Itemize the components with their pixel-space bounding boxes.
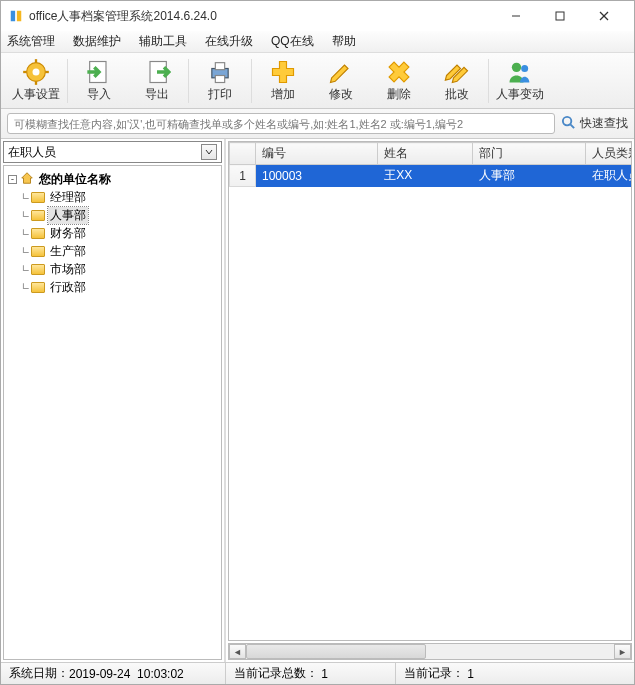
toolbar-add[interactable]: 增加 xyxy=(254,55,312,107)
data-grid[interactable]: 编号姓名部门人员类别性别出 1100003王XX人事部在职人员男 xyxy=(228,141,632,641)
svg-point-17 xyxy=(512,63,521,72)
chevron-down-icon xyxy=(201,144,217,160)
status-total: 当前记录总数： 1 xyxy=(226,663,396,684)
column-header[interactable]: 姓名 xyxy=(378,143,472,165)
left-pane: 在职人员 - 您的单位名称 ∟经理部∟人事部∟财务部∟生产部∟市场部∟行政部 xyxy=(1,139,226,662)
search-input[interactable] xyxy=(7,113,555,134)
people-icon xyxy=(506,58,534,86)
staff-filter-combo[interactable]: 在职人员 xyxy=(3,141,222,163)
gear-icon xyxy=(22,58,50,86)
folder-icon xyxy=(31,192,45,203)
delete-icon xyxy=(385,58,413,86)
tree-node[interactable]: ∟人事部 xyxy=(8,206,217,224)
toolbar-delete[interactable]: 删除 xyxy=(370,55,428,107)
svg-line-20 xyxy=(570,124,574,128)
menu-tools[interactable]: 辅助工具 xyxy=(139,33,187,50)
toolbar-batch[interactable]: 批改 xyxy=(428,55,486,107)
content-area: 在职人员 - 您的单位名称 ∟经理部∟人事部∟财务部∟生产部∟市场部∟行政部 编… xyxy=(1,139,634,662)
column-header[interactable]: 人员类别 xyxy=(585,143,632,165)
svg-rect-1 xyxy=(17,11,21,22)
import-icon xyxy=(85,58,113,86)
scroll-left-icon[interactable]: ◄ xyxy=(229,644,246,659)
menu-upgrade[interactable]: 在线升级 xyxy=(205,33,253,50)
home-icon xyxy=(20,171,34,188)
pencil-icon xyxy=(327,58,355,86)
column-header[interactable]: 部门 xyxy=(472,143,585,165)
tree-node[interactable]: ∟生产部 xyxy=(8,242,217,260)
column-header[interactable]: 编号 xyxy=(256,143,378,165)
folder-icon xyxy=(31,228,45,239)
toolbar-settings[interactable]: 人事设置 xyxy=(7,55,65,107)
right-pane: 编号姓名部门人员类别性别出 1100003王XX人事部在职人员男 ◄ ► xyxy=(226,139,634,662)
status-date: 系统日期： 2019-09-24 10:03:02 xyxy=(1,663,226,684)
svg-point-19 xyxy=(563,116,571,124)
folder-icon xyxy=(31,282,45,293)
menu-bar: 系统管理 数据维护 辅助工具 在线升级 QQ在线 帮助 xyxy=(1,31,634,53)
horizontal-scrollbar[interactable]: ◄ ► xyxy=(228,643,632,660)
svg-point-18 xyxy=(521,65,528,72)
folder-icon xyxy=(31,264,45,275)
scroll-thumb[interactable] xyxy=(246,644,426,659)
menu-system[interactable]: 系统管理 xyxy=(7,33,55,50)
table-row[interactable]: 1100003王XX人事部在职人员男 xyxy=(230,165,633,187)
svg-rect-0 xyxy=(11,11,15,22)
tree-node[interactable]: ∟经理部 xyxy=(8,188,217,206)
export-icon xyxy=(143,58,171,86)
org-tree[interactable]: - 您的单位名称 ∟经理部∟人事部∟财务部∟生产部∟市场部∟行政部 xyxy=(3,165,222,660)
toolbar-export[interactable]: 导出 xyxy=(128,55,186,107)
search-icon xyxy=(561,115,576,133)
print-icon xyxy=(206,58,234,86)
scroll-right-icon[interactable]: ► xyxy=(614,644,631,659)
collapse-icon[interactable]: - xyxy=(8,175,17,184)
toolbar: 人事设置 导入 导出 打印 增加 修改 删除 批改 人事变动 xyxy=(1,53,634,109)
menu-qq[interactable]: QQ在线 xyxy=(271,33,314,50)
row-header-corner xyxy=(230,143,256,165)
svg-point-7 xyxy=(33,69,40,76)
toolbar-hr-change[interactable]: 人事变动 xyxy=(491,55,549,107)
menu-help[interactable]: 帮助 xyxy=(332,33,356,50)
plus-icon xyxy=(269,58,297,86)
status-current: 当前记录： 1 xyxy=(396,663,634,684)
batch-edit-icon xyxy=(443,58,471,86)
tree-node[interactable]: ∟财务部 xyxy=(8,224,217,242)
quick-search-button[interactable]: 快速查找 xyxy=(561,115,628,133)
title-bar: office人事档案管理系统2014.6.24.0 xyxy=(1,1,634,31)
svg-rect-15 xyxy=(215,63,224,70)
menu-data[interactable]: 数据维护 xyxy=(73,33,121,50)
tree-node[interactable]: ∟行政部 xyxy=(8,278,217,296)
svg-rect-16 xyxy=(215,76,224,83)
minimize-button[interactable] xyxy=(494,2,538,30)
folder-icon xyxy=(31,210,45,221)
maximize-button[interactable] xyxy=(538,2,582,30)
toolbar-print[interactable]: 打印 xyxy=(191,55,249,107)
status-bar: 系统日期： 2019-09-24 10:03:02 当前记录总数： 1 当前记录… xyxy=(1,662,634,684)
tree-root[interactable]: - 您的单位名称 xyxy=(8,170,217,188)
app-icon xyxy=(9,9,23,23)
toolbar-import[interactable]: 导入 xyxy=(70,55,128,107)
close-button[interactable] xyxy=(582,2,626,30)
window-title: office人事档案管理系统2014.6.24.0 xyxy=(29,8,494,25)
search-bar: 快速查找 xyxy=(1,109,634,139)
svg-rect-3 xyxy=(556,12,564,20)
tree-node[interactable]: ∟市场部 xyxy=(8,260,217,278)
folder-icon xyxy=(31,246,45,257)
toolbar-edit[interactable]: 修改 xyxy=(312,55,370,107)
